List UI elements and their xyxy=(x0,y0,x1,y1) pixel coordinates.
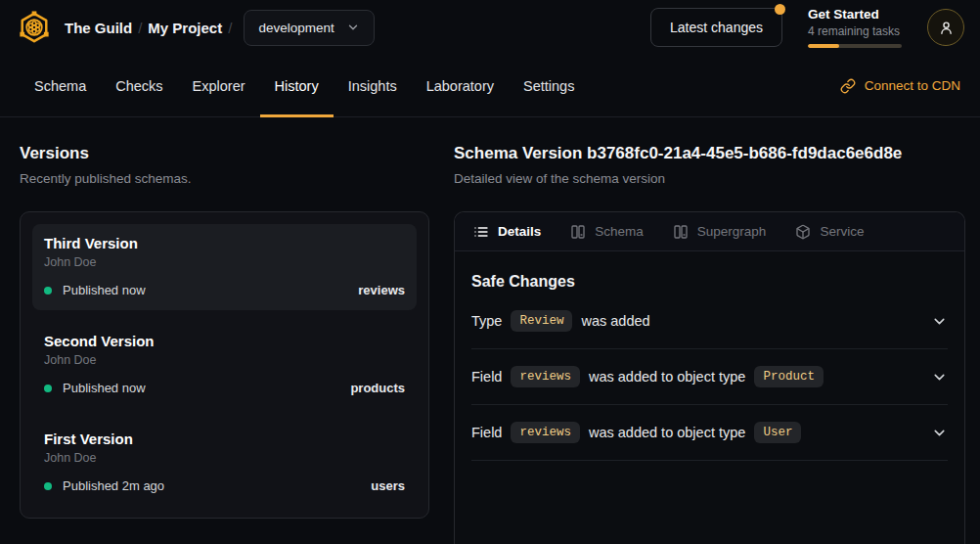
latest-changes-label: Latest changes xyxy=(670,20,763,35)
get-started-widget[interactable]: Get Started 4 remaining tasks xyxy=(808,7,902,48)
version-list: Third Version John Doe Published now rev… xyxy=(20,211,429,519)
link-icon xyxy=(840,78,856,94)
tab-details-label: Details xyxy=(498,224,541,239)
breadcrumb-separator: / xyxy=(222,20,238,36)
version-title: First Version xyxy=(44,431,405,447)
tab-checks[interactable]: Checks xyxy=(101,55,177,116)
change-description: was added to object type xyxy=(589,425,745,440)
change-description: was added xyxy=(581,313,649,329)
version-author: John Doe xyxy=(44,255,405,269)
published-dot-icon xyxy=(44,385,52,392)
version-author: John Doe xyxy=(44,451,405,465)
chevron-down-icon[interactable] xyxy=(931,425,948,441)
tab-schema-view[interactable]: Schema xyxy=(556,212,658,250)
schema-version-section: Schema Version b3768fc0-21a4-45e5-b686-f… xyxy=(454,144,965,544)
version-status: Published 2m ago xyxy=(63,478,164,493)
version-card-third[interactable]: Third Version John Doe Published now rev… xyxy=(32,224,417,310)
breadcrumb-separator: / xyxy=(132,20,148,36)
version-author: John Doe xyxy=(44,353,405,367)
tab-bar: Schema Checks Explorer History Insights … xyxy=(0,55,980,117)
schema-version-title: Schema Version b3768fc0-21a4-45e5-b686-f… xyxy=(454,144,965,163)
tab-explorer[interactable]: Explorer xyxy=(178,55,260,116)
version-status-row: Published now products xyxy=(44,381,405,395)
notification-dot xyxy=(775,4,785,15)
versions-title: Versions xyxy=(20,144,429,163)
tab-schema-view-label: Schema xyxy=(595,224,644,239)
get-started-title: Get Started xyxy=(808,7,902,22)
tab-history[interactable]: History xyxy=(260,55,334,116)
get-started-subtitle: 4 remaining tasks xyxy=(808,24,902,38)
version-service-name: products xyxy=(350,381,405,395)
published-dot-icon xyxy=(44,482,52,490)
change-prefix: Type xyxy=(471,313,502,329)
tab-laboratory[interactable]: Laboratory xyxy=(412,55,509,116)
tab-service-label: Service xyxy=(820,224,864,239)
version-status-row: Published 2m ago users xyxy=(44,478,405,493)
version-service-name: reviews xyxy=(358,283,405,297)
hive-logo-icon[interactable] xyxy=(18,11,51,44)
version-status-row: Published now reviews xyxy=(44,283,405,297)
change-row-field-user[interactable]: Field reviews was added to object type U… xyxy=(471,405,948,461)
main-content: Versions Recently published schemas. Thi… xyxy=(0,117,980,544)
box-icon xyxy=(795,224,811,240)
change-row-field-product[interactable]: Field reviews was added to object type P… xyxy=(471,349,948,405)
target-selector-value: development xyxy=(258,21,334,35)
version-card-second[interactable]: Second Version John Doe Published now pr… xyxy=(32,322,417,408)
connect-to-cdn-label: Connect to CDN xyxy=(865,78,960,93)
connect-to-cdn-link[interactable]: Connect to CDN xyxy=(840,55,960,116)
change-prefix: Field xyxy=(471,425,502,440)
top-bar: The Guild / My Project / development Lat… xyxy=(0,0,980,55)
chevron-down-icon[interactable] xyxy=(931,369,948,385)
versions-section: Versions Recently published schemas. Thi… xyxy=(20,144,429,519)
details-tab-bar: Details Schema Supergraph Service xyxy=(455,212,964,251)
change-subject-badge: reviews xyxy=(511,422,580,443)
breadcrumb-project[interactable]: My Project xyxy=(148,20,222,36)
schema-version-panel: Details Schema Supergraph Service Safe C… xyxy=(454,211,965,544)
version-title: Third Version xyxy=(44,235,405,251)
details-panel-content: Safe Changes Type Review was added Field… xyxy=(455,251,964,461)
user-avatar-button[interactable] xyxy=(927,9,964,46)
published-dot-icon xyxy=(44,287,52,295)
top-bar-right: Latest changes Get Started 4 remaining t… xyxy=(650,7,964,48)
change-target-badge: User xyxy=(754,422,801,443)
tab-supergraph-label: Supergraph xyxy=(697,224,767,239)
safe-changes-title: Safe Changes xyxy=(471,273,948,291)
version-status: Published now xyxy=(63,381,146,395)
change-target-badge: Product xyxy=(754,366,824,387)
tab-insights[interactable]: Insights xyxy=(334,55,412,116)
schema-version-subtitle: Detailed view of the schema version xyxy=(454,171,965,186)
breadcrumb-org[interactable]: The Guild xyxy=(65,20,132,36)
latest-changes-button[interactable]: Latest changes xyxy=(650,8,782,47)
change-subject-badge: reviews xyxy=(511,366,580,387)
chevron-down-icon xyxy=(346,21,360,34)
target-selector-dropdown[interactable]: development xyxy=(244,10,374,46)
tab-settings[interactable]: Settings xyxy=(509,55,589,116)
breadcrumb: The Guild / My Project / development xyxy=(65,10,375,46)
version-card-first[interactable]: First Version John Doe Published 2m ago … xyxy=(32,420,417,506)
versions-subtitle: Recently published schemas. xyxy=(20,171,429,186)
change-row-type-review[interactable]: Type Review was added xyxy=(471,294,948,349)
columns-icon xyxy=(570,224,586,240)
change-subject-badge: Review xyxy=(511,310,572,332)
list-icon xyxy=(473,224,489,240)
version-service-name: users xyxy=(371,478,405,493)
tab-details[interactable]: Details xyxy=(459,212,556,250)
change-prefix: Field xyxy=(471,369,502,385)
user-icon xyxy=(938,20,955,36)
tab-schema[interactable]: Schema xyxy=(20,55,101,116)
get-started-progress-fill xyxy=(808,44,839,48)
version-status: Published now xyxy=(63,283,146,297)
chevron-down-icon[interactable] xyxy=(931,313,948,330)
get-started-progress-track xyxy=(808,44,902,48)
tab-supergraph[interactable]: Supergraph xyxy=(658,212,781,250)
columns-icon xyxy=(673,224,689,240)
version-title: Second Version xyxy=(44,333,405,349)
tab-service[interactable]: Service xyxy=(780,212,878,250)
change-description: was added to object type xyxy=(589,369,745,385)
